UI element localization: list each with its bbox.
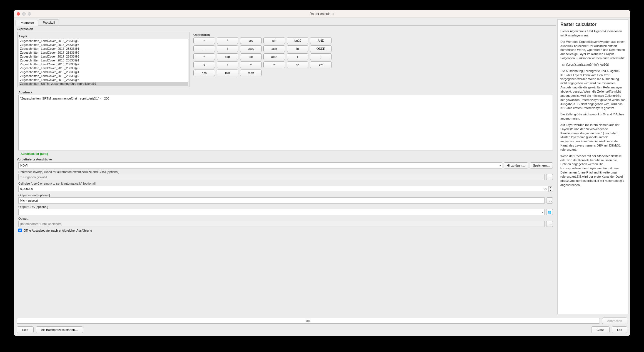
op-sqrt[interactable]: sqrt	[217, 53, 238, 60]
operators-label: Operatoren	[193, 33, 553, 36]
reference-label: Reference layer(s) (used for automated e…	[16, 169, 556, 173]
op-or[interactable]: ODER	[310, 45, 332, 52]
cellsize-input[interactable]	[18, 186, 553, 192]
raster-calculator-window: Raster calculator Parameter Protokoll Ex…	[14, 10, 630, 336]
op-rparen[interactable]: )	[310, 53, 332, 60]
globe-icon: 🌐	[548, 211, 551, 214]
output-input[interactable]	[18, 221, 545, 227]
extent-label: Output extent [optional]	[16, 192, 556, 197]
open-after-checkbox[interactable]	[18, 229, 22, 232]
expression-valid-message: Ausdruck ist gültig	[21, 152, 553, 155]
help-text: Die Ausdehnung,Zellengröße und Ausgabe-K…	[560, 69, 625, 110]
add-predefined-button[interactable]: Hinzufügen…	[504, 162, 528, 168]
save-predefined-button[interactable]: Speichern…	[530, 162, 553, 168]
expression-label: Expression	[17, 27, 556, 31]
layer-item[interactable]: Zugeschnitten_LandCover_2017_25833@2	[19, 51, 188, 54]
open-after-label: Öffne Ausgabedatei nach erfolgreicher Au…	[24, 229, 92, 232]
close-button[interactable]: Close	[591, 326, 610, 333]
crs-combo[interactable]: ▾	[18, 209, 545, 215]
crs-input[interactable]	[18, 209, 545, 215]
help-text: Dieser Algorithmus führt Algebra-Operati…	[560, 29, 625, 38]
op-lte[interactable]: <=	[287, 61, 308, 68]
layer-item[interactable]: Zugeschnitten_LandCover_2019_25833@1	[19, 70, 188, 74]
help-button[interactable]: Help	[17, 326, 34, 333]
cellsize-spinbox[interactable]: ⌫ ▲ ▼	[18, 186, 553, 192]
op-ln[interactable]: ln	[287, 45, 308, 52]
cancel-button: Abbrechen	[602, 318, 627, 324]
help-text: - sin(),cos(),tan(),atan2(),ln() log10()	[560, 63, 625, 67]
tab-parameter[interactable]: Parameter	[16, 20, 38, 26]
op-tan[interactable]: tan	[240, 53, 262, 60]
op-atan[interactable]: atan	[263, 53, 285, 60]
op-and[interactable]: AND	[310, 37, 332, 44]
help-text: Der Wert des Ergebnislayern werden aus e…	[560, 40, 625, 60]
layer-item[interactable]: Zugeschnitten_LandCover_2017_25833@3	[19, 54, 188, 58]
window-close-icon[interactable]	[17, 12, 20, 16]
op-neq[interactable]: !=	[263, 61, 285, 68]
op-plus[interactable]: +	[193, 37, 215, 44]
op-cos[interactable]: cos	[240, 37, 262, 44]
crs-label: Output CRS [optional]	[16, 204, 556, 209]
reference-browse-button[interactable]: …	[546, 174, 553, 180]
run-button[interactable]: Los	[612, 326, 627, 333]
titlebar: Raster calculator	[14, 10, 630, 18]
op-lparen[interactable]: (	[287, 53, 308, 60]
output-label: Output	[16, 216, 556, 220]
help-panel: Raster calculator Dieser Algorithmus füh…	[557, 19, 628, 314]
predefined-label: Vordefinierte Ausdrücke	[17, 158, 556, 161]
layer-label: Layer	[19, 34, 188, 38]
op-sin[interactable]: sin	[263, 37, 285, 44]
op-acos[interactable]: acos	[240, 45, 262, 52]
spin-up-icon[interactable]: ▲	[548, 186, 552, 189]
op-power[interactable]: ^	[193, 53, 215, 60]
operator-grid: + * cos sin log10 AND - / acos asin ln O…	[193, 37, 553, 76]
output-browse-button[interactable]: …	[546, 221, 553, 227]
op-min[interactable]: min	[217, 70, 238, 76]
op-multiply[interactable]: *	[217, 37, 238, 44]
reference-input	[18, 174, 545, 180]
op-lt[interactable]: <	[193, 61, 215, 68]
op-max[interactable]: max	[240, 70, 262, 76]
footer: 0% Abbrechen Help Als Batchprozess start…	[14, 316, 630, 336]
progress-bar: 0%	[17, 318, 600, 324]
op-gte[interactable]: >=	[310, 61, 332, 68]
cellsize-label: Cell size (use 0 or empty to set it auto…	[16, 181, 556, 185]
layer-item[interactable]: Zugeschnitten_LandCover_2019_25833@3	[19, 78, 188, 82]
layer-item[interactable]: Zugeschnitten_LandCover_2016_25833@2	[19, 39, 188, 43]
window-minimize-icon[interactable]	[22, 12, 26, 16]
help-text: Die Zellengröße wird sowohl in X- and Y-…	[560, 112, 625, 121]
help-title: Raster calculator	[560, 22, 625, 27]
help-text: Wenn der Rechner mit der Stapelschnittst…	[560, 154, 625, 187]
op-gt[interactable]: >	[217, 61, 238, 68]
op-minus[interactable]: -	[193, 45, 215, 52]
op-abs[interactable]: abs	[193, 70, 215, 76]
layer-item[interactable]: Zugeschnitten_LandCover_2016_25833@3	[19, 43, 188, 47]
tab-bar: Parameter Protokoll	[16, 19, 556, 26]
extent-browse-button[interactable]: …	[546, 197, 553, 204]
op-divide[interactable]: /	[217, 45, 238, 52]
layer-list[interactable]: Zugeschnitten_LandCover_2016_25833@2 Zug…	[19, 39, 188, 86]
layer-item[interactable]: Zugeschnitten_LandCover_2019_25833@2	[19, 74, 188, 78]
crs-picker-button[interactable]: 🌐	[546, 209, 553, 215]
layer-item[interactable]: Zugeschnitten_SRTM_zusammengeführt_repro…	[19, 82, 188, 86]
help-text: Auf Layer werden mit ihrem Namen aus der…	[560, 123, 625, 152]
expression-input[interactable]: "Zugeschnitten_SRTM_zusammengeführt_repr…	[18, 95, 553, 150]
extent-input[interactable]	[18, 197, 545, 204]
spin-down-icon[interactable]: ▼	[548, 189, 552, 192]
clear-icon[interactable]: ⌫	[543, 187, 547, 190]
progress-text: 0%	[306, 319, 310, 323]
op-log10[interactable]: log10	[287, 37, 308, 44]
predefined-combo[interactable]: ▾	[18, 162, 502, 168]
op-asin[interactable]: asin	[263, 45, 285, 52]
batch-button[interactable]: Als Batchprozess starten…	[36, 326, 83, 333]
predefined-value[interactable]	[18, 162, 502, 168]
ausdruck-label: Ausdruck	[18, 91, 553, 94]
layer-item[interactable]: Zugeschnitten_LandCover_2017_25833@1	[19, 47, 188, 51]
layer-item[interactable]: Zugeschnitten_LandCover_2018_25833@2	[19, 62, 188, 66]
layer-item[interactable]: Zugeschnitten_LandCover_2018_25833@3	[19, 66, 188, 70]
tab-protokoll[interactable]: Protokoll	[39, 19, 59, 25]
window-title: Raster calculator	[14, 12, 630, 16]
layer-item[interactable]: Zugeschnitten_LandCover_2018_25833@1	[19, 58, 188, 62]
window-maximize-icon[interactable]	[28, 12, 31, 16]
op-eq[interactable]: =	[240, 61, 262, 68]
